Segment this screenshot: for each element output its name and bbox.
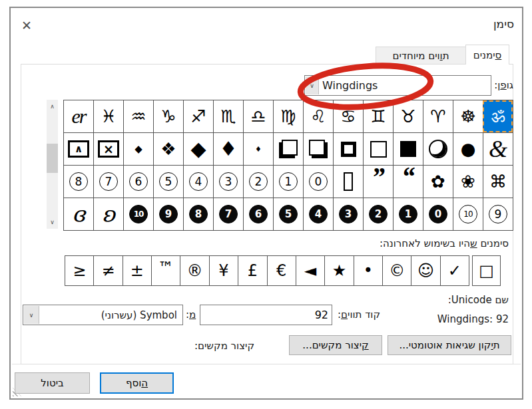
- close-icon[interactable]: ✕: [19, 17, 35, 33]
- symbol-cell[interactable]: ♏: [213, 100, 243, 132]
- symbol-cell[interactable]: [303, 133, 333, 165]
- symbol-cell[interactable]: 10: [123, 198, 153, 230]
- symbol-cell[interactable]: ⌘: [483, 166, 513, 198]
- symbol-cell[interactable]: ±: [123, 256, 151, 285]
- symbol-cell[interactable]: ♉: [393, 100, 423, 132]
- symbol-glyph: ♎: [250, 108, 266, 125]
- symbol-cell[interactable]: ∧: [64, 133, 93, 165]
- symbol-cell[interactable]: 9: [483, 198, 513, 230]
- grid-scrollbar[interactable]: ∧ ∨: [47, 100, 58, 229]
- symbol-cell[interactable]: ®: [180, 256, 208, 285]
- symbol-cell[interactable]: ◄: [296, 256, 324, 285]
- scroll-down-icon[interactable]: ∨: [47, 217, 58, 227]
- symbol-cell[interactable]: ✓: [440, 256, 469, 285]
- symbol-glyph: ❖: [160, 140, 176, 158]
- symbol-cell[interactable]: “: [393, 166, 423, 198]
- symbol-cell[interactable]: 9: [153, 198, 183, 230]
- symbol-cell[interactable]: ♑: [153, 100, 183, 132]
- symbol-cell[interactable]: [363, 133, 393, 165]
- symbol-cell[interactable]: ❖: [153, 133, 183, 165]
- symbol-cell[interactable]: €: [267, 256, 296, 285]
- symbol-cell-selected[interactable]: ॐ: [483, 100, 513, 132]
- chevron-down-icon[interactable]: ∨: [306, 76, 319, 94]
- symbol-cell[interactable]: 6: [243, 198, 273, 230]
- symbol-cell[interactable]: ❀: [453, 166, 483, 198]
- symbol-cell[interactable]: ●: [453, 133, 483, 165]
- symbol-cell[interactable]: 7: [93, 166, 123, 198]
- symbol-cell[interactable]: ★: [324, 256, 353, 285]
- symbol-cell[interactable]: 4: [303, 198, 333, 230]
- symbol-cell[interactable]: ʚ: [93, 198, 123, 230]
- symbol-cell[interactable]: 7: [213, 198, 243, 230]
- symbol-cell[interactable]: ©: [382, 256, 411, 285]
- symbol-cell[interactable]: ¥: [209, 256, 238, 285]
- symbol-cell[interactable]: 8: [64, 166, 93, 198]
- symbol-cell[interactable]: [393, 133, 423, 165]
- symbol-cell[interactable]: 0: [423, 198, 453, 230]
- symbol-cell[interactable]: ”: [363, 166, 393, 198]
- tab-special-characters[interactable]: תווים מיוחדים: [376, 47, 466, 65]
- symbol-cell[interactable]: 2: [363, 198, 393, 230]
- insert-button[interactable]: הוסף: [100, 372, 174, 394]
- chevron-down-icon[interactable]: ∨: [24, 306, 39, 324]
- symbol-cell[interactable]: [333, 133, 363, 165]
- symbol-cell[interactable]: ×: [93, 133, 123, 165]
- symbol-cell[interactable]: ♈: [423, 100, 453, 132]
- symbol-cell[interactable]: ɞ: [64, 198, 93, 230]
- symbol-cell[interactable]: ♍: [273, 100, 303, 132]
- tab-symbols-label: סימנים: [473, 49, 502, 61]
- symbol-cell[interactable]: [273, 133, 303, 165]
- symbol-cell[interactable]: 3: [213, 166, 243, 198]
- cancel-button[interactable]: ביטול: [15, 372, 90, 394]
- symbol-cell[interactable]: ♊: [363, 100, 393, 132]
- symbol-cell[interactable]: 1: [393, 198, 423, 230]
- symbol-glyph: ◆: [190, 139, 206, 159]
- symbol-glyph: 2: [249, 172, 268, 191]
- symbol-cell[interactable]: ☸: [453, 100, 483, 132]
- symbol-cell[interactable]: [423, 133, 453, 165]
- symbol-cell[interactable]: ♎: [243, 100, 273, 132]
- symbol-cell[interactable]: 4: [183, 166, 213, 198]
- symbol-cell[interactable]: ♌: [303, 100, 333, 132]
- symbol-glyph: ®: [187, 263, 203, 279]
- tab-symbols[interactable]: סימנים: [465, 45, 509, 65]
- symbol-cell[interactable]: •: [354, 256, 382, 285]
- symbol-cell[interactable]: ◆: [183, 133, 213, 165]
- symbol-cell[interactable]: [333, 166, 363, 198]
- symbol-cell[interactable]: ♓: [93, 100, 123, 132]
- symbol-cell[interactable]: 2: [243, 166, 273, 198]
- symbol-cell[interactable]: 1: [273, 166, 303, 198]
- char-code-input[interactable]: [200, 305, 332, 325]
- symbol-cell[interactable]: ♋: [333, 100, 363, 132]
- recent-last: □: [472, 255, 501, 286]
- autocorrect-button[interactable]: תיקון שגיאות אוטומטי...: [388, 335, 511, 355]
- symbol-cell[interactable]: 10: [453, 198, 483, 230]
- scrollbar-thumb[interactable]: [47, 144, 58, 173]
- symbol-glyph: 7: [99, 172, 118, 191]
- symbol-cell[interactable]: 0: [303, 166, 333, 198]
- symbol-glyph: [344, 172, 353, 191]
- symbol-cell[interactable]: ♐: [183, 100, 213, 132]
- symbol-cell[interactable]: er: [64, 100, 93, 132]
- symbol-cell[interactable]: ≥: [65, 256, 93, 285]
- symbol-cell[interactable]: ♦: [213, 133, 243, 165]
- symbol-cell[interactable]: ◆: [123, 133, 153, 165]
- symbol-cell[interactable]: ✿: [423, 166, 453, 198]
- symbol-cell[interactable]: ☺: [411, 256, 439, 285]
- symbol-cell[interactable]: ≠: [93, 256, 122, 285]
- from-combobox[interactable]: ∨ Symbol (עשרוני): [23, 305, 183, 325]
- scroll-up-icon[interactable]: ∧: [47, 101, 58, 112]
- symbol-cell[interactable]: 6: [123, 166, 153, 198]
- symbol-cell[interactable]: ™: [151, 256, 180, 285]
- symbol-cell[interactable]: 8: [183, 198, 213, 230]
- symbol-cell[interactable]: 3: [333, 198, 363, 230]
- font-combobox[interactable]: ∨ Wingdings: [304, 75, 491, 96]
- shortcut-key-button[interactable]: קיצור מקשים...: [289, 335, 382, 355]
- symbol-cell[interactable]: ♦: [243, 133, 273, 165]
- symbol-cell[interactable]: £: [238, 256, 266, 285]
- symbol-cell[interactable]: □: [473, 256, 500, 285]
- symbol-cell[interactable]: ♒: [123, 100, 153, 132]
- symbol-cell[interactable]: 5: [273, 198, 303, 230]
- symbol-cell[interactable]: 5: [153, 166, 183, 198]
- symbol-cell[interactable]: &: [483, 133, 513, 165]
